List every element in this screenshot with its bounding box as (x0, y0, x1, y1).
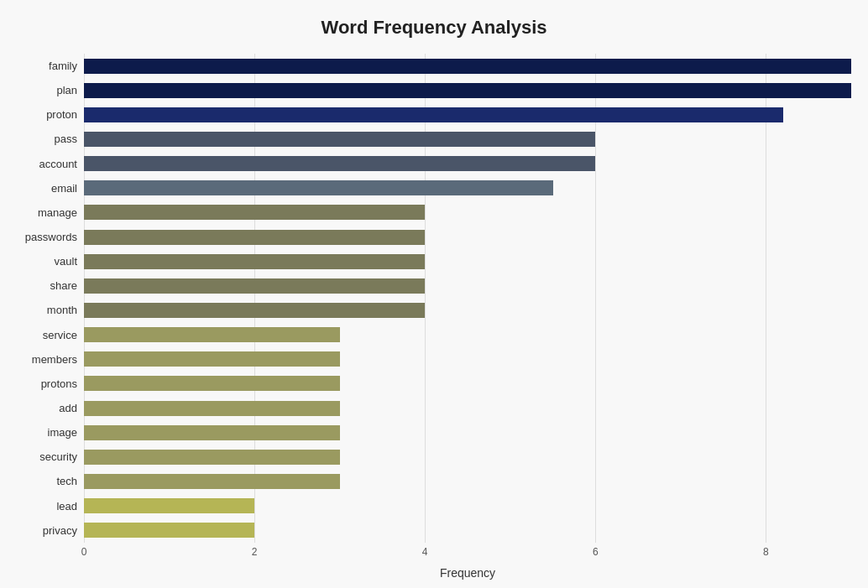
bar (84, 351, 340, 367)
bar-row (84, 106, 851, 124)
y-label: add (59, 403, 77, 414)
x-axis-label: Frequency (84, 566, 851, 580)
y-label: service (43, 330, 77, 341)
x-tick: 4 (422, 546, 428, 558)
bar-row (84, 497, 851, 515)
bar (84, 450, 340, 465)
y-label: passwords (25, 232, 77, 242)
bar-row (84, 154, 851, 173)
y-label: security (39, 451, 77, 462)
bar-row (84, 228, 851, 247)
y-label: family (49, 60, 77, 71)
x-axis: 02468 Frequency (84, 546, 851, 580)
bar-row (84, 448, 851, 466)
y-label: image (48, 427, 77, 438)
bar (84, 425, 340, 440)
bar (84, 254, 425, 269)
bar-row (84, 325, 851, 344)
bar (84, 132, 595, 147)
bar (84, 474, 340, 489)
y-label: email (51, 183, 77, 194)
bar-row (84, 472, 851, 491)
bars-grid (84, 54, 851, 543)
bar-row (84, 252, 851, 271)
y-label: plan (56, 85, 77, 96)
bar-row (84, 57, 851, 75)
bar (84, 230, 425, 245)
bar (84, 376, 340, 391)
x-tick: 0 (81, 546, 87, 558)
chart-area: familyplanprotonpassaccountemailmanagepa… (17, 54, 851, 580)
bar (84, 180, 553, 195)
y-label: privacy (43, 525, 77, 536)
bar-row (84, 424, 851, 442)
chart-body: familyplanprotonpassaccountemailmanagepa… (17, 54, 851, 543)
bar (84, 401, 340, 416)
bar (84, 205, 425, 220)
y-label: lead (56, 501, 77, 512)
bar-row (84, 203, 851, 221)
bar-row (84, 350, 851, 368)
bar (84, 523, 254, 538)
x-tick: 8 (763, 546, 769, 558)
bars-container (84, 54, 851, 543)
x-tick: 2 (252, 546, 258, 558)
x-tick: 6 (593, 546, 599, 558)
bar-row (84, 179, 851, 197)
bar (84, 156, 595, 171)
bar (84, 59, 851, 74)
y-label: share (50, 280, 77, 291)
chart-title: Word Frequency Analysis (322, 17, 547, 39)
y-label: manage (38, 207, 77, 218)
y-label: tech (56, 476, 77, 487)
y-label: vault (55, 256, 77, 267)
bar (84, 327, 340, 342)
bar (84, 498, 254, 513)
bar (84, 278, 425, 294)
y-label: month (47, 304, 77, 315)
bar (84, 83, 851, 98)
bar-row (84, 301, 851, 320)
y-label: protons (41, 378, 77, 389)
y-label: proton (46, 109, 77, 120)
y-label: pass (55, 133, 77, 144)
y-label: account (39, 159, 77, 169)
y-labels: familyplanprotonpassaccountemailmanagepa… (17, 54, 84, 543)
bar-row (84, 277, 851, 295)
bar (84, 303, 425, 318)
bar-row (84, 399, 851, 418)
bar (84, 107, 783, 122)
bar-row (84, 130, 851, 148)
bar-row (84, 374, 851, 393)
bar-row (84, 81, 851, 100)
y-label: members (32, 354, 77, 365)
bar-row (84, 521, 851, 539)
